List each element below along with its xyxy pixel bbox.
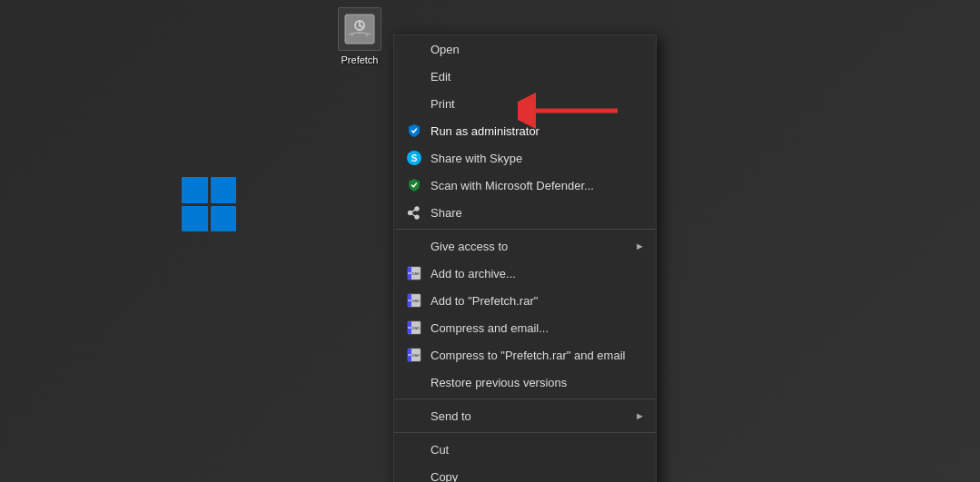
cut-icon [405, 440, 423, 458]
divider-2 [394, 398, 656, 399]
svg-text:RAR: RAR [412, 299, 421, 303]
svg-point-2 [359, 25, 361, 27]
edit-icon [405, 67, 423, 85]
rar-icon-2: RAR [405, 291, 423, 310]
red-arrow-annotation [518, 93, 627, 132]
icon-image [338, 7, 381, 51]
send-to-arrow: ► [635, 410, 645, 421]
share-icon [405, 203, 423, 221]
win-tile-4 [211, 206, 237, 232]
menu-item-restore-versions[interactable]: Restore previous versions [394, 369, 656, 396]
menu-item-scan-defender[interactable]: Scan with Microsoft Defender... [394, 172, 656, 199]
rar-icon-3: RAR [405, 319, 423, 337]
copy-icon [405, 467, 423, 482]
give-access-arrow: ► [635, 241, 645, 251]
svg-rect-20 [408, 354, 411, 356]
defender-icon [405, 176, 423, 194]
svg-rect-16 [408, 327, 411, 329]
menu-item-copy[interactable]: Copy [394, 463, 656, 482]
prefetch-icon[interactable]: Prefetch [327, 7, 392, 65]
svg-point-5 [366, 34, 368, 36]
menu-item-send-to[interactable]: Send to ► [394, 402, 656, 429]
menu-label-share-skype: Share with Skype [431, 152, 645, 165]
send-to-icon [405, 407, 423, 425]
windows-logo [182, 177, 236, 231]
menu-item-edit[interactable]: Edit [394, 63, 656, 90]
menu-label-edit: Edit [431, 70, 645, 84]
menu-label-send-to: Send to [431, 409, 635, 423]
rar-icon-1: RAR [405, 264, 423, 282]
menu-item-add-archive[interactable]: RAR Add to archive... [394, 260, 656, 287]
menu-item-open[interactable]: Open [394, 35, 656, 63]
menu-label-copy: Copy [431, 470, 645, 483]
win-tile-1 [182, 177, 208, 203]
win-tile-3 [182, 206, 208, 232]
menu-label-cut: Cut [431, 443, 645, 457]
menu-label-compress-email: Compress and email... [431, 321, 645, 335]
svg-text:RAR: RAR [412, 353, 421, 358]
menu-label-share: Share [431, 206, 645, 220]
menu-item-add-prefetch-rar[interactable]: RAR Add to "Prefetch.rar" [394, 287, 656, 314]
menu-item-cut[interactable]: Cut [394, 436, 656, 463]
menu-label-add-prefetch-rar: Add to "Prefetch.rar" [431, 294, 645, 308]
restore-icon [405, 373, 423, 391]
menu-item-share-skype[interactable]: S Share with Skype [394, 144, 656, 172]
menu-item-share[interactable]: Share [394, 199, 656, 226]
menu-label-restore-versions: Restore previous versions [431, 376, 645, 389]
rar-icon-4: RAR [405, 346, 423, 364]
menu-label-compress-prefetch-email: Compress to "Prefetch.rar" and email [431, 349, 645, 362]
print-icon [405, 94, 423, 113]
icon-label: Prefetch [342, 54, 379, 65]
win-tile-2 [211, 177, 237, 203]
menu-label-open: Open [431, 43, 645, 56]
give-access-icon [405, 237, 423, 255]
svg-point-3 [351, 34, 353, 36]
menu-item-compress-email[interactable]: RAR Compress and email... [394, 314, 656, 341]
menu-item-compress-prefetch-email[interactable]: RAR Compress to "Prefetch.rar" and email [394, 341, 656, 369]
menu-item-give-access[interactable]: Give access to ► [394, 232, 656, 260]
menu-label-add-archive: Add to archive... [431, 267, 645, 280]
divider-3 [394, 432, 656, 433]
open-icon [405, 40, 423, 58]
svg-text:RAR: RAR [412, 271, 421, 276]
svg-text:RAR: RAR [412, 326, 421, 330]
divider-1 [394, 229, 656, 230]
shield-icon [405, 122, 423, 140]
svg-rect-12 [408, 300, 411, 301]
skype-icon: S [405, 149, 423, 167]
menu-label-give-access: Give access to [431, 240, 635, 253]
svg-rect-8 [408, 272, 411, 274]
menu-label-scan-defender: Scan with Microsoft Defender... [431, 179, 645, 192]
svg-point-4 [359, 32, 361, 34]
